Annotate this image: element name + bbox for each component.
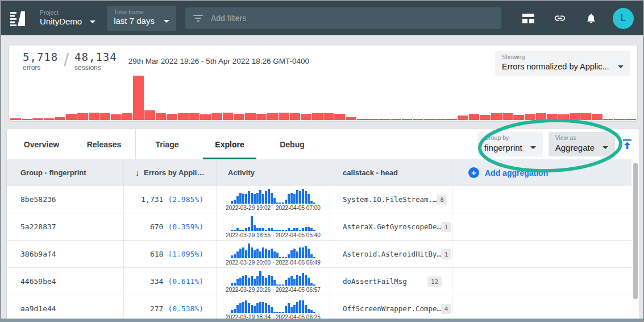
errors-value: 670 — [150, 222, 163, 231]
sparkline-bar — [271, 307, 273, 312]
filters-bar[interactable] — [185, 7, 501, 29]
sparkline-bar — [242, 247, 244, 258]
table-row[interactable]: 386b9af4 618 (1.095%) 2022-03-29 20:00 ·… — [7, 241, 639, 268]
tab-overview[interactable]: Overview — [10, 129, 73, 159]
view-as-selector[interactable]: View as Aggregate — [549, 132, 615, 156]
histogram-bar — [77, 113, 88, 120]
user-avatar[interactable]: L — [613, 8, 634, 29]
sessions-count-label: sessions — [74, 64, 117, 72]
activity-sparkline[interactable] — [231, 243, 315, 258]
table-row[interactable]: 8be58236 1,731 (2.985%) 2022-03-29 19:02… — [7, 186, 639, 213]
sparkline-bar — [254, 194, 256, 203]
column-header-callstack[interactable]: callstack - head — [330, 159, 452, 186]
callstack-cell[interactable]: System.IO.FileStream.… 8 — [330, 186, 452, 213]
dashboard-layout-icon[interactable] — [522, 14, 534, 23]
tab-releases[interactable]: Releases — [73, 129, 135, 159]
errors-percent[interactable]: (1.095%) — [168, 250, 203, 258]
sparkline-bar — [285, 257, 287, 258]
callstack-cell[interactable]: Asteroid.AsteroidHitBy… 1 — [330, 241, 452, 267]
histogram-bar — [144, 110, 155, 120]
histogram-bar — [525, 114, 535, 120]
histogram-bar — [368, 119, 379, 120]
callstack-cell[interactable]: AsteraX.GetGyroscopeDe… 1 — [330, 213, 452, 240]
activity-caption: 2022-03-29 20:00 · 2022-04-05 06:49 — [226, 259, 321, 266]
error-histogram[interactable] — [10, 75, 636, 120]
fingerprint-cell[interactable]: aa9d1e44 — [7, 295, 124, 322]
callstack-count-badge: 1 — [441, 249, 451, 259]
add-filters-input[interactable] — [211, 14, 493, 23]
fingerprint-cell[interactable]: 386b9af4 — [7, 241, 124, 267]
fingerprint-cell[interactable]: 44659be4 — [7, 268, 124, 295]
column-header-fingerprint[interactable]: Group - fingerprint — [7, 159, 124, 186]
link-icon[interactable] — [554, 12, 566, 24]
sparkline-bar — [310, 228, 313, 230]
histogram-bar — [603, 119, 614, 120]
sparkline-bar — [259, 271, 261, 286]
group-by-selector[interactable]: Group by fingerprint — [477, 132, 543, 156]
errors-percent[interactable]: (2.985%) — [168, 195, 203, 204]
collapse-top-icon[interactable] — [623, 139, 631, 149]
timeframe-selector[interactable]: Time frame last 7 days — [107, 6, 176, 31]
table-row[interactable]: 44659be4 334 (0.611%) 2022-03-29 20:26 ·… — [7, 268, 639, 295]
sparkline-bar — [290, 193, 293, 204]
sparkline-bar — [276, 203, 279, 204]
fingerprint-cell[interactable]: 8be58236 — [7, 186, 124, 213]
errors-percent[interactable]: (0.359%) — [168, 222, 203, 231]
histogram-bar — [22, 119, 32, 120]
errors-percent[interactable]: (0.611%) — [168, 277, 203, 286]
errors-cell: 670 (0.359%) — [124, 213, 217, 240]
sparkline-bar — [293, 249, 296, 258]
sparkline-bar — [236, 279, 239, 286]
sparkline-bar — [259, 228, 261, 230]
table-row[interactable]: 5a228837 670 (0.359%) 2022-03-29 18:55 ·… — [7, 213, 639, 241]
sparkline-bar — [302, 247, 304, 258]
empty-aggregation-cell — [452, 186, 639, 213]
sparkline-bar — [273, 312, 276, 313]
tab-explore[interactable]: Explore — [198, 129, 261, 159]
sparkline-bar — [293, 279, 296, 286]
sparkline-bar — [288, 303, 290, 312]
project-selector[interactable]: Project UnityDemo — [40, 9, 95, 27]
callstack-cell[interactable]: doAssertFailMsg 12 — [330, 268, 452, 295]
histogram-bar — [66, 114, 77, 120]
callstack-text: System.IO.FileStream.… — [343, 195, 437, 204]
sparkline-bar — [302, 189, 304, 204]
notifications-bell-icon[interactable] — [585, 13, 597, 24]
project-value: UnityDemo — [40, 16, 82, 27]
sparkline-bar — [256, 276, 259, 285]
callstack-cell[interactable]: OffScreenWrapper.Compe… 4 — [330, 295, 452, 322]
sparkline-bar — [231, 201, 233, 203]
histogram-bar — [558, 114, 569, 120]
sparkline-bar — [271, 276, 273, 285]
activity-sparkline[interactable] — [231, 270, 315, 286]
errors-percent[interactable]: (0.538%) — [168, 304, 203, 313]
activity-sparkline[interactable] — [231, 188, 315, 204]
sparkline-bar — [296, 228, 298, 230]
sparkline-bar — [268, 275, 270, 286]
tab-debug[interactable]: Debug — [261, 129, 323, 159]
activity-sparkline[interactable] — [231, 216, 315, 231]
sparkline-bar — [251, 276, 253, 285]
activity-sparkline[interactable] — [231, 298, 315, 313]
column-header-errors[interactable]: ↓ Errors by Appli… — [124, 159, 217, 186]
table-row[interactable]: aa9d1e44 277 (0.538%) 2022-03-29 18:34 ·… — [7, 295, 639, 322]
sparkline-bar — [302, 228, 304, 230]
add-aggregation-button[interactable]: + Add aggregation — [468, 167, 548, 178]
sparkline-bar — [282, 284, 284, 286]
column-header-activity[interactable]: Activity — [217, 159, 330, 186]
vertical-scrollbar[interactable] — [631, 159, 639, 321]
avatar-letter: L — [621, 13, 626, 24]
sparkline-bar — [299, 230, 301, 231]
sparkline-bar — [308, 309, 310, 313]
histogram-bar — [256, 114, 267, 120]
fingerprint-cell[interactable]: 5a228837 — [7, 213, 124, 240]
scrollbar-thumb[interactable] — [633, 163, 638, 299]
project-label: Project — [40, 9, 95, 16]
errors-value: 1,731 — [141, 195, 163, 204]
sessions-count: 48,134 sessions — [74, 51, 117, 72]
tab-triage[interactable]: Triage — [136, 129, 198, 159]
sparkline-bar — [276, 253, 279, 258]
histogram-bar — [189, 113, 200, 120]
showing-selector[interactable]: Showing Errors normalized by Applic... — [495, 51, 630, 76]
group-by-value: fingerprint — [484, 142, 522, 154]
